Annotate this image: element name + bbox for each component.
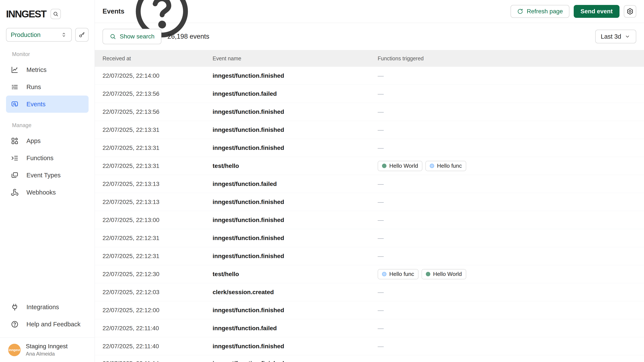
table-row[interactable]: 22/07/2025, 22:13:13 inngest/function.fi… xyxy=(95,193,644,211)
table-row[interactable]: 22/07/2025, 22:13:00 inngest/function.fi… xyxy=(95,211,644,229)
avatar: inngest xyxy=(8,344,21,356)
function-badge[interactable]: Hello World xyxy=(422,269,466,279)
search-icon xyxy=(53,11,59,17)
no-functions-marker: — xyxy=(378,199,384,205)
table-row[interactable]: 22/07/2025, 22:13:31 inngest/function.fi… xyxy=(95,139,644,157)
table-body: 22/07/2025, 22:14:00 inngest/function.fi… xyxy=(95,67,644,362)
time-range-select[interactable]: Last 3d xyxy=(595,30,636,43)
sidebar-nav: Monitor Metrics Runs Events Manage Apps … xyxy=(0,42,94,201)
functions-icon xyxy=(11,154,19,162)
account-menu[interactable]: inngest Staging Inngest Ana Almeida xyxy=(0,338,94,362)
environment-select[interactable]: Production xyxy=(6,28,72,42)
sidebar-item-label: Apps xyxy=(26,137,41,145)
function-badge[interactable]: Hello func xyxy=(426,161,466,171)
sidebar-item-label: Events xyxy=(26,101,46,108)
received-at-cell: 22/07/2025, 22:13:13 xyxy=(95,199,205,205)
sidebar-spacer xyxy=(0,201,94,298)
refresh-page-label: Refresh page xyxy=(527,8,563,15)
event-keys-button[interactable] xyxy=(75,28,88,42)
no-functions-marker: — xyxy=(378,127,384,133)
sidebar-item-metrics[interactable]: Metrics xyxy=(6,61,88,78)
sidebar-item-help-and-feedback[interactable]: Help and Feedback xyxy=(6,316,88,333)
table-row[interactable]: 22/07/2025, 22:14:00 inngest/function.fi… xyxy=(95,67,644,85)
function-status-dot xyxy=(382,164,386,168)
webhooks-icon xyxy=(11,188,19,196)
sidebar-section-label: Manage xyxy=(6,122,88,128)
no-functions-marker: — xyxy=(378,360,384,362)
sidebar-footer-nav: Integrations Help and Feedback xyxy=(0,298,94,338)
no-functions-marker: — xyxy=(378,235,384,241)
account-org-name: Staging Inngest xyxy=(26,343,68,350)
key-icon xyxy=(79,31,85,38)
table-row[interactable]: 22/07/2025, 22:13:56 inngest/function.fa… xyxy=(95,85,644,103)
global-search-button[interactable] xyxy=(50,9,61,19)
table-row[interactable]: 22/07/2025, 22:13:56 inngest/function.fi… xyxy=(95,103,644,121)
table-row[interactable]: 22/07/2025, 22:13:31 test/hello Hello Wo… xyxy=(95,157,644,175)
sidebar-item-event-types[interactable]: Event Types xyxy=(6,167,88,184)
function-status-dot xyxy=(426,272,430,276)
event-name-cell: inngest/function.finished xyxy=(205,72,370,79)
no-functions-marker: — xyxy=(378,343,384,350)
table-row[interactable]: 22/07/2025, 22:11:14 inngest/function.fi… xyxy=(95,355,644,362)
received-at-cell: 22/07/2025, 22:13:56 xyxy=(95,90,205,97)
received-at-cell: 22/07/2025, 22:13:31 xyxy=(95,127,205,133)
no-functions-marker: — xyxy=(378,72,384,79)
table-row[interactable]: 22/07/2025, 22:12:31 inngest/function.fi… xyxy=(95,247,644,265)
events-toolbar: Show search 26,198 events Last 3d xyxy=(95,23,644,50)
functions-triggered-cell: — xyxy=(370,235,644,242)
sidebar: INNGEST Production Monitor Metrics Runs … xyxy=(0,0,95,362)
function-badge-label: Hello func xyxy=(389,271,414,277)
table-row[interactable]: 22/07/2025, 22:11:40 inngest/function.fi… xyxy=(95,337,644,355)
table-row[interactable]: 22/07/2025, 22:12:00 inngest/function.fi… xyxy=(95,301,644,319)
send-event-button[interactable]: Send event xyxy=(574,5,620,18)
function-badge[interactable]: Hello World xyxy=(378,161,422,171)
event-name-cell: inngest/function.failed xyxy=(205,181,370,187)
table-row[interactable]: 22/07/2025, 22:13:31 inngest/function.fi… xyxy=(95,121,644,139)
sidebar-item-functions[interactable]: Functions xyxy=(6,150,88,167)
table-row[interactable]: 22/07/2025, 22:12:30 test/hello Hello fu… xyxy=(95,265,644,283)
functions-triggered-cell: — xyxy=(370,145,644,151)
received-at-cell: 22/07/2025, 22:12:00 xyxy=(95,307,205,314)
account-info: Staging Inngest Ana Almeida xyxy=(26,343,68,357)
sidebar-item-events[interactable]: Events xyxy=(6,96,88,113)
sidebar-item-apps[interactable]: Apps xyxy=(6,132,88,150)
select-chevrons-icon xyxy=(60,31,67,38)
received-at-cell: 22/07/2025, 22:13:00 xyxy=(95,217,205,223)
refresh-page-button[interactable]: Refresh page xyxy=(510,5,570,18)
sidebar-item-label: Webhooks xyxy=(26,189,56,196)
event-count: 26,198 events xyxy=(168,33,209,40)
sidebar-section-manage: Manage Apps Functions Event Types Webhoo… xyxy=(6,122,88,201)
table-row[interactable]: 22/07/2025, 22:12:03 clerk/session.creat… xyxy=(95,283,644,301)
logo-row: INNGEST xyxy=(6,8,88,20)
functions-triggered-cell: — xyxy=(370,343,644,350)
column-header-received-at: Received at xyxy=(95,55,205,62)
sidebar-section-monitor: Monitor Metrics Runs Events xyxy=(6,51,88,113)
received-at-cell: 22/07/2025, 22:11:40 xyxy=(95,325,205,332)
function-badge[interactable]: Hello func xyxy=(378,269,418,279)
account-user-name: Ana Almeida xyxy=(26,351,68,357)
table-row[interactable]: 22/07/2025, 22:11:40 inngest/function.fa… xyxy=(95,319,644,337)
sidebar-item-webhooks[interactable]: Webhooks xyxy=(6,184,88,201)
sidebar-item-label: Event Types xyxy=(26,172,60,179)
received-at-cell: 22/07/2025, 22:13:31 xyxy=(95,145,205,151)
event-name-cell: clerk/session.created xyxy=(205,289,370,296)
functions-triggered-cell: — xyxy=(370,253,644,260)
function-badge-label: Hello World xyxy=(389,163,418,169)
received-at-cell: 22/07/2025, 22:13:13 xyxy=(95,181,205,187)
received-at-cell: 22/07/2025, 22:12:30 xyxy=(95,271,205,278)
sidebar-item-runs[interactable]: Runs xyxy=(6,78,88,96)
gear-icon xyxy=(626,8,634,15)
environment-row: Production xyxy=(6,28,88,42)
settings-button[interactable] xyxy=(624,5,636,18)
function-badges: Hello World Hello func xyxy=(378,161,644,171)
show-search-button[interactable]: Show search xyxy=(102,29,162,44)
table-row[interactable]: 22/07/2025, 22:13:13 inngest/function.fa… xyxy=(95,175,644,193)
table-row[interactable]: 22/07/2025, 22:12:31 inngest/function.fi… xyxy=(95,229,644,247)
functions-triggered-cell: — xyxy=(370,325,644,332)
event-types-icon xyxy=(11,171,19,179)
metrics-icon xyxy=(11,66,19,74)
event-name-cell: test/hello xyxy=(205,271,370,278)
received-at-cell: 22/07/2025, 22:11:14 xyxy=(95,355,205,362)
sidebar-item-integrations[interactable]: Integrations xyxy=(6,298,88,316)
received-at-cell: 22/07/2025, 22:14:00 xyxy=(95,72,205,79)
